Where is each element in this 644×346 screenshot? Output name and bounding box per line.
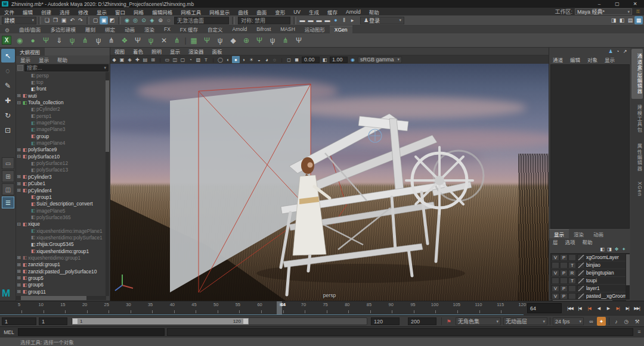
viewport-toolbar-icon[interactable]: ◼ bbox=[293, 56, 301, 63]
gear-icon[interactable]: ⚙ bbox=[0, 27, 14, 33]
render-action-icon[interactable]: ▸ bbox=[348, 16, 357, 24]
layer-row[interactable]: V P layer1 bbox=[551, 285, 626, 292]
range-slider-bar[interactable]: 1 120 bbox=[72, 318, 249, 325]
outliner-menu-item[interactable]: 帮助 bbox=[53, 56, 72, 63]
viewport-toolbar-icon[interactable]: ◌ bbox=[271, 56, 278, 63]
outliner-vertical-scrollbar[interactable] bbox=[106, 72, 109, 296]
outliner-item[interactable]: ⊞ ◧ wuti bbox=[16, 92, 106, 99]
lock-icon[interactable]: ⚿ bbox=[634, 9, 642, 15]
menu-item[interactable]: 曲线 bbox=[234, 8, 252, 15]
outliner-item[interactable]: ⊞ ◧ polySurface9 bbox=[16, 146, 106, 153]
channel-menu-item[interactable]: 通道 bbox=[549, 56, 566, 63]
exposure-toggle-icon[interactable]: ◧ bbox=[321, 56, 329, 63]
viewport-toolbar-icon[interactable]: T bbox=[202, 56, 210, 63]
shelf-tab[interactable]: 多边形建模 bbox=[45, 25, 80, 33]
layer-row[interactable]: V P xgGroomLayer bbox=[551, 254, 626, 261]
snap-icon[interactable]: ◉ bbox=[123, 16, 131, 24]
render-action-icon[interactable]: ▬ bbox=[298, 16, 306, 24]
outliner-item[interactable]: ⊟ ◧ Toufa_collection bbox=[16, 99, 106, 105]
viewport-menu-item[interactable]: 着色 bbox=[129, 48, 147, 55]
menu-item[interactable]: 修改 bbox=[74, 8, 92, 15]
symmetry-field[interactable]: 对称: 禁用 bbox=[238, 17, 290, 24]
viewport-toolbar-icon[interactable]: ◔ bbox=[187, 56, 194, 63]
outliner-item[interactable]: ◧ xiqueshentidimo:imagePlane1 bbox=[16, 227, 106, 234]
tool-icon[interactable]: ✎ bbox=[1, 79, 15, 92]
timeline-ruler[interactable]: 5101520253035404550556065707580859095100… bbox=[0, 301, 524, 316]
animation-end-field[interactable]: 200 bbox=[408, 317, 436, 325]
group-grip[interactable] bbox=[232, 17, 235, 24]
tool-icon[interactable]: ✚ bbox=[1, 93, 15, 107]
file-action-icon[interactable]: ❐ bbox=[51, 16, 60, 24]
outliner-item[interactable]: ◧ persp1 bbox=[16, 113, 106, 119]
viewport-toolbar-icon[interactable]: ▤ bbox=[141, 56, 149, 63]
sidebar-toggle-icon[interactable]: ▦ bbox=[634, 16, 643, 24]
signin-dropdown[interactable]: ♟ 登录 ▾ bbox=[360, 17, 404, 24]
viewport-menu-item[interactable]: 照明 bbox=[147, 48, 166, 55]
layer-editor-tab[interactable]: 显示 bbox=[549, 229, 569, 238]
layer-menu-item[interactable]: 选项 bbox=[562, 238, 579, 245]
shelf-tab[interactable]: 曲线/曲面 bbox=[14, 25, 45, 33]
fps-dropdown[interactable]: 24 fps ▾ bbox=[553, 317, 584, 325]
layer-editor-tab[interactable]: 渲染 bbox=[569, 230, 589, 238]
scrollbar-thumb[interactable] bbox=[106, 80, 109, 152]
outliner-item[interactable]: ◧ group1 bbox=[16, 194, 106, 200]
mel-output[interactable] bbox=[167, 328, 633, 336]
file-action-icon[interactable]: ↶ bbox=[68, 16, 76, 24]
viewport-toolbar-icon[interactable]: ◕ bbox=[263, 56, 271, 63]
character-set-dropdown[interactable]: 无角色集 ▾ bbox=[456, 317, 501, 325]
channel-menu-item[interactable]: 显示 bbox=[601, 56, 618, 63]
script-editor-icon[interactable]: ≡ bbox=[636, 329, 643, 336]
mel-input[interactable] bbox=[18, 328, 165, 336]
outliner-item[interactable]: ⊟ ◧ xique bbox=[16, 221, 106, 227]
layer-state-toggle[interactable] bbox=[568, 285, 576, 292]
menu-item[interactable]: Arnold bbox=[342, 9, 365, 15]
outliner-item[interactable]: ◧ pCylinder2 bbox=[16, 106, 106, 113]
layer-visible-toggle[interactable] bbox=[552, 262, 559, 269]
menu-item[interactable]: 编辑网格 bbox=[148, 8, 177, 15]
shelf-tool-icon[interactable]: ⇓ bbox=[52, 35, 66, 46]
sidebar-toggle-icon[interactable]: ◨ bbox=[609, 16, 618, 24]
menu-item[interactable]: 生成 bbox=[305, 8, 323, 15]
playback-button[interactable]: ◀ bbox=[594, 304, 603, 313]
viewport-menu-item[interactable]: 渲染器 bbox=[184, 48, 208, 55]
render-action-icon[interactable]: ● bbox=[332, 16, 340, 24]
viewport-toolbar-icon[interactable]: ◻ bbox=[285, 56, 293, 63]
channel-header-icon[interactable]: ◔ bbox=[614, 48, 621, 55]
outliner-item[interactable]: ◧ imagePlane5 bbox=[16, 207, 106, 214]
layer-visible-toggle[interactable]: V bbox=[552, 285, 559, 292]
expand-icon[interactable]: ⊞ bbox=[16, 282, 21, 288]
viewport-toolbar-icon[interactable]: ▢ bbox=[179, 56, 187, 63]
expand-icon[interactable]: ⊞ bbox=[16, 275, 21, 280]
channel-box-empty-area[interactable] bbox=[550, 64, 630, 229]
shelf-tool-icon[interactable]: ⋔ bbox=[279, 35, 292, 46]
layer-action-icon[interactable]: ◧ bbox=[599, 246, 606, 253]
playback-button[interactable]: |◀◀ bbox=[565, 304, 575, 313]
file-action-icon[interactable]: ❏ bbox=[43, 16, 51, 24]
snap-icon[interactable]: ⊚ bbox=[156, 16, 165, 24]
shelf-tool-icon[interactable]: ψ bbox=[92, 35, 105, 46]
viewport-toolbar-icon[interactable]: | bbox=[159, 56, 162, 63]
tool-icon[interactable]: ⊡ bbox=[1, 123, 15, 137]
layer-playback-toggle[interactable]: P bbox=[560, 270, 568, 276]
layout-shortcut-icon[interactable]: ⊞ bbox=[2, 170, 14, 182]
expand-icon[interactable]: ⊟ bbox=[16, 222, 21, 227]
shelf-tool-icon[interactable]: ψ bbox=[213, 35, 227, 46]
sidebar-vertical-tab[interactable]: 属性编辑器 bbox=[631, 139, 643, 176]
layer-editor-tab[interactable]: 动画 bbox=[589, 230, 608, 238]
outliner-item[interactable]: ◧ group bbox=[16, 133, 106, 139]
snap-icon[interactable]: ⊙ bbox=[140, 16, 148, 24]
viewport-toolbar-icon[interactable]: ☀ bbox=[247, 56, 255, 63]
outliner-item[interactable]: ◧ polySurface365 bbox=[16, 214, 106, 220]
expand-icon[interactable]: ⊞ bbox=[16, 181, 21, 186]
menu-item[interactable]: 编辑 bbox=[18, 8, 37, 15]
playback-button[interactable]: ▶| bbox=[623, 304, 632, 313]
layer-playback-toggle[interactable]: P bbox=[560, 254, 568, 261]
outliner-item[interactable]: ⊞ ◧ group5 bbox=[16, 275, 106, 281]
outliner-item[interactable]: ⊞ ◧ pCylinder4 bbox=[16, 187, 106, 194]
menu-item[interactable]: 网格显示 bbox=[205, 8, 234, 15]
shelf-tool-icon[interactable]: Ψ bbox=[292, 35, 305, 46]
layer-visible-toggle[interactable]: V bbox=[552, 293, 559, 300]
menu-item[interactable]: 缓存 bbox=[323, 8, 342, 15]
playback-loop-icon[interactable]: ∞ bbox=[587, 317, 596, 326]
outliner-item[interactable]: ⊞ ◧ group11 bbox=[16, 288, 106, 295]
